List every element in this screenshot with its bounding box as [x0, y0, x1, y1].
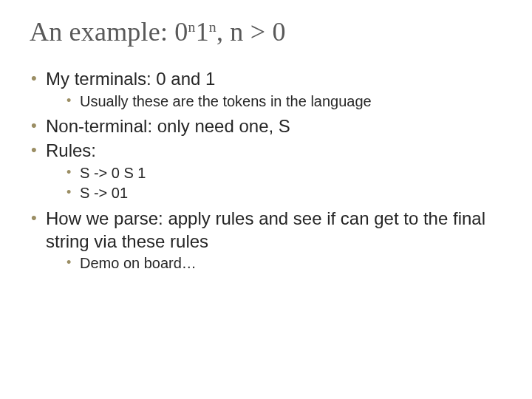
bullet-rules: Rules: S -> 0 S 1 S -> 01: [30, 140, 502, 203]
bullet-text: Usually these are the tokens in the lang…: [80, 93, 372, 109]
bullet-terminals: My terminals: 0 and 1 Usually these are …: [30, 68, 502, 111]
bullet-parse: How we parse: apply rules and see if can…: [30, 208, 502, 273]
slide-title: An example: 0n1n, n > 0: [30, 16, 502, 47]
title-prefix: An example: 0: [30, 17, 188, 47]
bullet-nonterminal: Non-terminal: only need one, S: [30, 115, 502, 138]
sub-list: Demo on board…: [46, 254, 502, 273]
sub-bullet-tokens: Usually these are the tokens in the lang…: [66, 92, 502, 112]
sub-bullet-rule-2: S -> 01: [66, 184, 502, 203]
sub-list: Usually these are the tokens in the lang…: [46, 92, 502, 112]
title-mid: 1: [196, 17, 209, 47]
bullet-text: S -> 0 S 1: [80, 165, 146, 181]
bullet-text: S -> 01: [80, 185, 128, 201]
sub-bullet-demo: Demo on board…: [66, 254, 502, 273]
bullet-text: My terminals: 0 and 1: [46, 69, 215, 89]
bullet-text: Rules:: [46, 140, 96, 160]
bullet-list: My terminals: 0 and 1 Usually these are …: [30, 68, 502, 273]
sub-list: S -> 0 S 1 S -> 01: [46, 164, 502, 203]
bullet-text: Demo on board…: [80, 255, 197, 271]
title-sup-1: n: [188, 18, 196, 35]
sub-bullet-rule-1: S -> 0 S 1: [66, 164, 502, 183]
title-sup-2: n: [209, 18, 216, 35]
bullet-text: Non-terminal: only need one, S: [46, 116, 290, 136]
title-suffix: , n > 0: [216, 17, 286, 47]
bullet-text: How we parse: apply rules and see if can…: [46, 208, 485, 251]
slide: An example: 0n1n, n > 0 My terminals: 0 …: [0, 0, 532, 399]
